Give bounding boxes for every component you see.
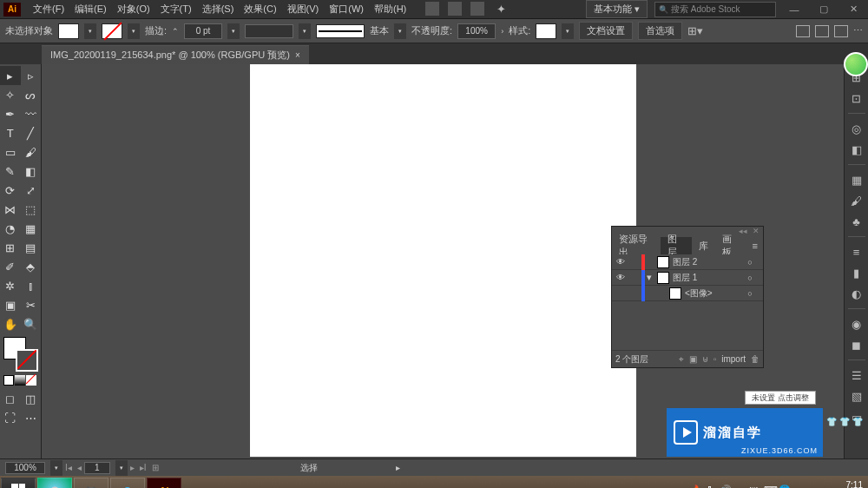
menu-select[interactable]: 选择(S) (197, 3, 240, 16)
artboard-number-input[interactable]: 1 (84, 462, 110, 474)
taskbar-app-1[interactable]: ⬤ (37, 478, 72, 488)
tray-icon[interactable]: ● (734, 485, 746, 488)
shape-builder-tool[interactable]: ◔ (0, 219, 21, 238)
artboard-dropdown[interactable]: ▾ (115, 460, 128, 476)
next-artboard-icon[interactable]: ▸ (128, 463, 137, 472)
mini-icon-2[interactable]: 👕 (839, 417, 850, 427)
rectangle-tool[interactable]: ▭ (0, 142, 21, 162)
menu-file[interactable]: 文件(F) (28, 3, 69, 16)
prev-artboard-icon[interactable]: ◂ (75, 463, 84, 472)
stroke-dropdown[interactable]: ▾ (128, 23, 140, 39)
delete-layer-icon[interactable]: 🗑 (751, 354, 760, 364)
magic-wand-tool[interactable]: ✧ (0, 85, 21, 104)
stroke-swatch[interactable] (102, 23, 122, 39)
column-graph-tool[interactable]: ⫿ (21, 276, 42, 295)
free-transform-tool[interactable]: ⬚ (21, 200, 42, 219)
transparency-panel-icon[interactable]: ◐ (849, 286, 865, 301)
menu-window[interactable]: 窗口(W) (324, 3, 369, 16)
curvature-tool[interactable]: 〰 (21, 104, 42, 123)
gradient-tool[interactable]: ▤ (21, 238, 42, 257)
menu-edit[interactable]: 编辑(E) (69, 3, 112, 16)
libraries-panel-icon[interactable]: ⊡ (849, 90, 865, 106)
stroke-panel-icon[interactable]: ≡ (849, 244, 865, 260)
new-layer-icon[interactable]: ▫ (713, 354, 717, 364)
search-input[interactable]: 搜索 Adobe Stock (654, 2, 776, 17)
layer-name[interactable]: 图层 2 (673, 256, 744, 268)
selection-tool[interactable]: ▸ (0, 66, 21, 85)
swatches-panel-icon[interactable]: ▦ (849, 172, 865, 188)
stroke-indicator[interactable] (16, 349, 38, 372)
new-sublayer-icon[interactable]: ⊎ (702, 354, 708, 364)
fill-dropdown[interactable]: ▾ (84, 23, 96, 39)
tab-libraries[interactable]: 库 (692, 237, 715, 254)
mini-icon-1[interactable]: 👕 (826, 417, 837, 427)
drawing-mode-normal[interactable]: ◻ (0, 389, 21, 408)
panel-menu-icon[interactable]: ≡ (747, 241, 763, 251)
solid-color-icon[interactable] (3, 375, 14, 386)
taskbar-app-2[interactable]: 🎮 (74, 478, 108, 488)
layer-row[interactable]: 👁 ▾ 图层 1 ○ (612, 270, 763, 286)
hand-tool[interactable]: ✋ (0, 314, 21, 333)
artboard-nav-icon[interactable]: ⊞ (149, 463, 161, 472)
taskbar-illustrator[interactable]: Ai (147, 478, 181, 488)
menu-object[interactable]: 对象(O) (112, 3, 155, 16)
target-icon[interactable]: ○ (744, 258, 756, 267)
brushes-panel-icon[interactable]: 🖌 (849, 193, 865, 208)
type-tool[interactable]: T (0, 123, 21, 142)
style-swatch[interactable] (536, 23, 556, 39)
workspace-switcher[interactable]: 基本功能 ▾ (586, 0, 648, 18)
lasso-tool[interactable]: ᔕ (21, 85, 42, 104)
symbols-panel-icon[interactable]: ♣ (849, 214, 865, 229)
tray-icon[interactable]: 🖧 (705, 485, 717, 488)
first-artboard-icon[interactable]: I◂ (62, 463, 75, 472)
layers-panel-icon[interactable]: ☰ (849, 367, 865, 383)
tray-icon[interactable]: ⬚ (749, 485, 761, 488)
preferences-button[interactable]: 首选项 (638, 22, 682, 40)
menu-type[interactable]: 文字(T) (155, 3, 197, 16)
tray-icon[interactable]: 🌐 (779, 485, 791, 488)
opacity-input[interactable]: 100% (457, 23, 496, 39)
document-setup-button[interactable]: 文档设置 (579, 22, 633, 40)
layer-row[interactable]: 👁 图层 2 ○ (612, 254, 763, 270)
target-icon[interactable]: ○ (744, 274, 756, 282)
tab-artboards[interactable]: 画板 (715, 237, 746, 254)
menu-help[interactable]: 帮助(H) (369, 3, 411, 16)
graphic-styles-panel-icon[interactable]: ◼ (849, 337, 865, 353)
layer-name[interactable]: <图像> (685, 287, 744, 300)
document-tab[interactable]: IMG_20200119_215634.png* @ 100% (RGB/GPU… (42, 45, 309, 64)
paintbrush-tool[interactable]: 🖌 (21, 142, 42, 162)
eraser-tool[interactable]: ◧ (21, 162, 42, 181)
expand-toggle[interactable]: ▾ (645, 272, 654, 283)
maximize-button[interactable]: ▢ (812, 2, 835, 17)
var-width-profile[interactable] (245, 24, 293, 38)
bridge-icon[interactable] (425, 2, 439, 16)
color-guide-panel-icon[interactable]: ◧ (849, 142, 865, 157)
gradient-panel-icon[interactable]: ▮ (849, 265, 865, 280)
tray-icon[interactable]: 🔊 (720, 485, 732, 488)
tray-icon[interactable]: ⌨ (764, 485, 776, 488)
zoom-tool[interactable]: 🔍 (21, 314, 42, 333)
controlbar-menu-icon[interactable]: ⋯ (853, 25, 863, 36)
eyedropper-tool[interactable]: ✐ (0, 257, 21, 276)
color-panel-icon[interactable]: ◎ (849, 121, 865, 136)
asset-export-panel-icon[interactable]: ▧ (849, 388, 865, 404)
artboard[interactable] (250, 64, 636, 457)
drawing-mode-behind[interactable]: ◫ (21, 389, 42, 408)
stroke-weight-dropdown[interactable]: ▾ (227, 23, 240, 39)
zoom-input[interactable]: 100% (5, 462, 45, 474)
target-icon[interactable]: ○ (744, 289, 756, 298)
status-menu-icon[interactable]: ▸ (396, 463, 400, 472)
stroke-weight-input[interactable]: 0 pt (184, 23, 222, 39)
direct-selection-tool[interactable]: ▹ (21, 66, 42, 85)
blend-tool[interactable]: ⬘ (21, 257, 42, 276)
tray-icon[interactable]: 🔥 (690, 485, 702, 488)
var-width-dropdown[interactable]: ▾ (299, 23, 311, 39)
visibility-toggle[interactable]: 👁 (612, 257, 629, 267)
locate-object-icon[interactable]: ⌖ (679, 354, 684, 365)
tab-asset-export[interactable]: 资源导出 (612, 237, 661, 254)
last-artboard-icon[interactable]: ▸I (137, 463, 149, 472)
menu-effect[interactable]: 效果(C) (239, 3, 281, 16)
align-icon-1[interactable] (796, 25, 810, 37)
arrange-icon[interactable] (470, 2, 484, 16)
rotate-tool[interactable]: ⟳ (0, 181, 21, 200)
